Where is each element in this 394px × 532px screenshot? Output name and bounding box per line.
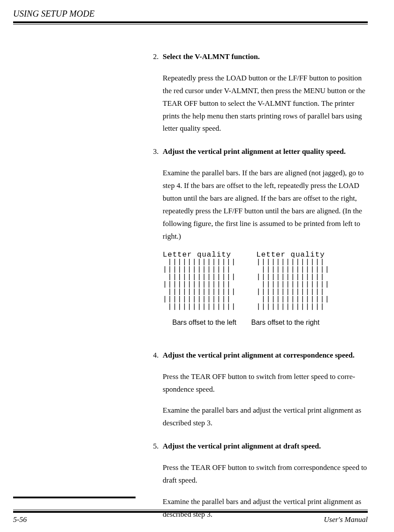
footer-short-rule (13, 497, 136, 498)
footer-rule-thick (13, 511, 368, 513)
header-rule-thick (13, 21, 368, 23)
figure-right-caption: Bars offset to the right (251, 316, 319, 328)
step-number: 2. (153, 51, 163, 135)
step-paragraph: Press the TEAR OFF button to switch from… (163, 371, 368, 396)
figure-right-column: Letter quality |||||||||||||| ||||||||||… (256, 251, 330, 310)
step-4: 4. Adjust the vertical print alignment a… (153, 349, 368, 430)
step-title: Select the V-ALMNT function. (163, 52, 260, 61)
step-paragraph: Press the TEAR OFF button to switch from… (163, 462, 368, 487)
step-5: 5. Adjust the vertical print alignment a… (153, 440, 368, 521)
figure-left-label: Letter quality (163, 250, 231, 259)
step-title: Adjust the vertical print alignment at l… (163, 147, 346, 156)
figure-right-label: Letter quality (256, 250, 325, 259)
manual-label: User's Manual (324, 515, 368, 524)
figure-captions: Bars offset to the left Bars offset to t… (172, 316, 368, 328)
step-number: 4. (153, 349, 163, 430)
page-number: 5-56 (13, 515, 27, 524)
page-header: USING SETUP MODE (13, 9, 368, 19)
step-paragraph: Examine the parallel bars and adjust the… (163, 404, 368, 430)
step-number: 3. (153, 146, 163, 338)
page-footer: 5-56 User's Manual (13, 510, 368, 524)
main-content: 2. Select the V-ALMNT function. Repeated… (153, 51, 368, 521)
step-title: Adjust the vertical print alignment at d… (163, 442, 321, 450)
step-3: 3. Adjust the vertical print alignment a… (153, 146, 368, 338)
footer-rule-thin (13, 510, 368, 510)
step-title: Adjust the vertical print alignment at c… (163, 351, 355, 359)
step-paragraph: Repeatedly press the LOAD button or the … (163, 72, 368, 135)
step-paragraph: Examine the parallel bars. If the bars a… (163, 167, 368, 243)
alignment-figure: Letter quality |||||||||||||| ||||||||||… (163, 251, 368, 310)
step-number: 5. (153, 440, 163, 521)
step-2: 2. Select the V-ALMNT function. Repeated… (153, 51, 368, 135)
header-rule-thin (13, 24, 368, 24)
figure-left-column: Letter quality |||||||||||||| ||||||||||… (163, 251, 236, 310)
figure-left-caption: Bars offset to the left (172, 316, 236, 328)
